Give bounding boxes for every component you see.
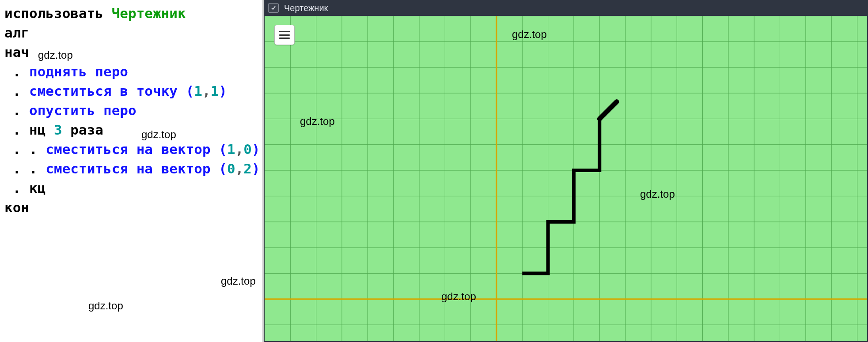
watermark: gdz.top	[221, 274, 256, 289]
code-line-end: кон	[4, 198, 258, 217]
code-line-loopend: . кц	[4, 178, 258, 198]
canvas-window: Чертежник gdz.top gdz.top gdz.top gdz.to…	[264, 0, 868, 342]
code-line-begin: нач	[4, 42, 258, 62]
code-line-vec1: . . сместиться на вектор (1,0)	[4, 139, 258, 159]
hamburger-icon	[279, 31, 290, 39]
code-line-use: использовать Чертежник	[4, 4, 258, 23]
code-line-alg: алг	[4, 23, 258, 42]
canvas-area[interactable]: gdz.top gdz.top gdz.top gdz.top	[264, 16, 868, 342]
drawing-grid	[265, 16, 867, 341]
code-line-penup: . поднять перо	[4, 62, 258, 81]
code-editor[interactable]: использовать Чертежник алг нач . поднять…	[0, 0, 264, 342]
code-line-vec2: . . сместиться на вектор (0,2)	[4, 159, 258, 178]
svg-line-41	[599, 102, 617, 119]
code-line-moveto: . сместиться в точку (1,1)	[4, 81, 258, 101]
pin-icon[interactable]	[268, 3, 279, 13]
canvas-title-bar[interactable]: Чертежник	[264, 0, 868, 16]
code-line-pendown: . опустить перо	[4, 101, 258, 120]
watermark: gdz.top	[88, 298, 123, 313]
code-line-loopstart: . нц 3 раза	[4, 120, 258, 139]
canvas-title: Чертежник	[284, 3, 328, 13]
hamburger-menu-button[interactable]	[274, 25, 295, 45]
